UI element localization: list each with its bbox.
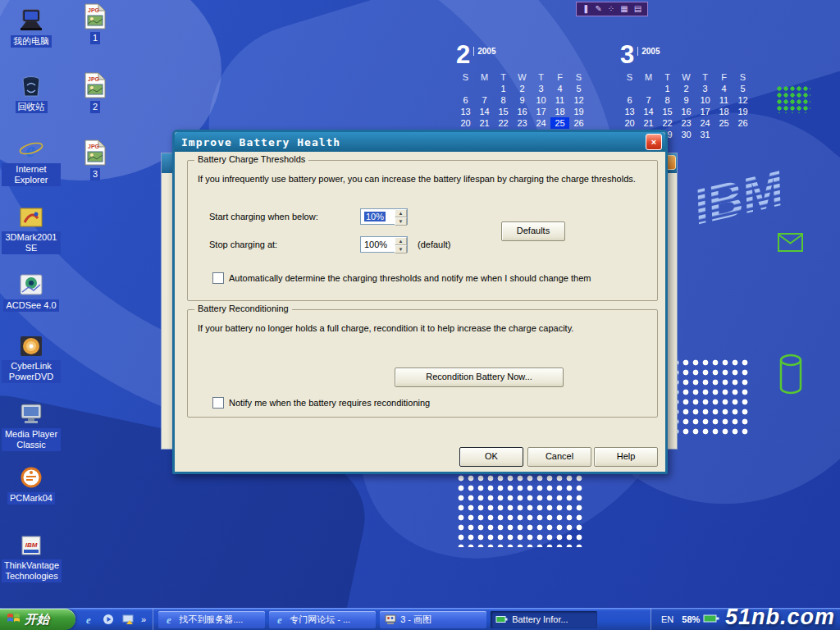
dialog-titlebar[interactable]: Improve Battery Health ×: [175, 132, 665, 152]
ie-icon: e: [274, 614, 285, 625]
reconditioning-legend: Battery Reconditioning: [194, 304, 292, 313]
media-player-icon[interactable]: [102, 613, 115, 626]
pen-icon[interactable]: ✎: [595, 3, 601, 15]
svg-text:JPG: JPG: [88, 76, 100, 82]
stop-spin-buttons: ▲ ▼: [395, 237, 407, 252]
improve-battery-health-dialog: Improve Battery Health × Battery Charge …: [172, 130, 668, 474]
desktop-icon-col1-0[interactable]: 我的电脑: [2, 5, 61, 48]
desktop-mini-toolbar[interactable]: ❚✎⁘▦▤: [576, 2, 648, 16]
close-button[interactable]: ×: [646, 134, 662, 150]
jpg-file-icon: JPG: [66, 2, 125, 30]
desktop-icon-label: 回收站: [16, 101, 48, 113]
task-area: e找不到服务器....e专门网论坛 - ...3 - 画图Battery Inf…: [153, 609, 651, 630]
spin-down-icon[interactable]: ▼: [395, 217, 407, 226]
svg-text:JPG: JPG: [88, 144, 100, 149]
notify-reconditioning-label[interactable]: Notify me when the battery requires reco…: [229, 398, 430, 408]
keyboard-icon[interactable]: ▦: [620, 3, 628, 15]
start-charging-spinner[interactable]: 10% ▲ ▼: [360, 208, 408, 225]
desktop-icon-col1-8[interactable]: IBMThinkVantage Technologies: [2, 530, 61, 582]
recondition-battery-button[interactable]: Recondition Battery Now...: [395, 368, 564, 387]
taskbar-task-3[interactable]: Battery Infor...: [491, 611, 597, 628]
start-charging-value[interactable]: 10%: [364, 212, 386, 221]
notify-reconditioning-checkbox[interactable]: [212, 397, 224, 409]
quick-launch-area: e »: [75, 609, 153, 630]
svg-text:JPG: JPG: [88, 7, 100, 13]
watermark-51nb: 51nb.com: [725, 605, 835, 630]
desktop-icon-label: 1: [90, 32, 100, 44]
desktop-icon-col1-6[interactable]: Media Player Classic: [2, 399, 61, 451]
stop-charging-value[interactable]: 100%: [361, 237, 395, 252]
threedmark-icon: [2, 202, 61, 230]
show-desktop-icon[interactable]: [121, 613, 135, 626]
desktop-icon-label: ACDSee 4.0: [3, 299, 58, 312]
language-indicator[interactable]: EN: [661, 614, 673, 624]
jpg-file-icon: JPG: [66, 138, 125, 166]
stop-charging-spinner[interactable]: 100% ▲ ▼: [360, 236, 408, 253]
notes-icon[interactable]: ▤: [634, 3, 641, 15]
cancel-button[interactable]: Cancel: [527, 447, 591, 467]
task-label: 3 - 画图: [400, 614, 431, 626]
desktop-icon-label: ThinkVantage Technologies: [2, 559, 62, 582]
desktop-icon-col2-1[interactable]: JPG2: [66, 71, 125, 113]
notify-reconditioning-row: Notify me when the battery requires reco…: [212, 397, 430, 409]
battery-charge-thresholds-group: Battery Charge Thresholds If you infrequ…: [187, 160, 658, 301]
start-button[interactable]: 开始: [0, 609, 75, 630]
dots-icon[interactable]: ⁘: [608, 3, 614, 15]
desktop-icon-label: 3DMark2001 SE: [2, 231, 61, 254]
task-label: 专门网论坛 - ...: [290, 614, 350, 626]
desktop-icon-col2-2[interactable]: JPG3: [66, 138, 125, 180]
taskbar-task-1[interactable]: e专门网论坛 - ...: [269, 611, 376, 628]
taskbar: 开始 e » e找不到服务器....e专门网论坛 - ...3 - 画图Batt…: [0, 608, 840, 630]
battery-percent: 58%: [682, 614, 700, 624]
auto-determine-label[interactable]: Automatically determine the charging thr…: [229, 273, 591, 283]
recycle-bin-icon: [2, 71, 61, 98]
desktop-icon-col1-7[interactable]: PCMark04: [2, 462, 61, 504]
desktop-icon-col1-2[interactable]: eInternet Explorer: [2, 134, 61, 186]
start-charging-label: Start charging when below:: [209, 212, 318, 221]
media-player-classic-icon: [2, 399, 61, 427]
svg-text:e: e: [25, 138, 35, 162]
spin-up-icon[interactable]: ▲: [395, 209, 407, 217]
internet-explorer-icon[interactable]: e: [82, 613, 95, 626]
svg-text:IBM: IBM: [25, 541, 38, 549]
dialog-body: Battery Charge Thresholds If you infrequ…: [175, 152, 665, 472]
battery-tray-indicator[interactable]: 58%: [682, 612, 720, 627]
auto-determine-checkbox[interactable]: [212, 272, 224, 284]
thinkvantage-icon: IBM: [2, 530, 61, 558]
auto-determine-row: Automatically determine the charging thr…: [212, 272, 591, 284]
spin-down-icon[interactable]: ▼: [395, 245, 407, 253]
taskbar-task-0[interactable]: e找不到服务器....: [158, 611, 265, 628]
battery-reconditioning-group: Battery Reconditioning If your battery n…: [187, 309, 658, 418]
desktop-icon-label: Media Player Classic: [2, 428, 61, 451]
task-label: Battery Infor...: [512, 614, 568, 624]
quick-launch-overflow-chevron[interactable]: »: [141, 614, 146, 624]
pcmark-icon: [2, 462, 61, 490]
help-button[interactable]: Help: [594, 447, 658, 467]
desktop-icon-label: 我的电脑: [11, 35, 52, 48]
desktop-icon-label: 2: [90, 101, 100, 113]
ie-icon: e: [163, 614, 175, 625]
windows-logo-icon: [7, 611, 21, 628]
desktop-icon-col1-3[interactable]: 3DMark2001 SE: [2, 202, 61, 254]
thresholds-legend: Battery Charge Thresholds: [194, 154, 308, 164]
taskbar-task-2[interactable]: 3 - 画图: [380, 611, 486, 628]
defaults-button[interactable]: Defaults: [501, 221, 565, 241]
default-note: (default): [418, 240, 450, 249]
desktop-icon-col1-4[interactable]: ACDSee 4.0: [2, 269, 61, 312]
battery-icon: [703, 612, 720, 627]
internet-explorer-icon: e: [2, 134, 61, 162]
jpg-file-icon: JPG: [66, 71, 125, 98]
desktop-icon-col1-5[interactable]: CyberLink PowerDVD: [2, 331, 61, 383]
desktop-icon-col1-1[interactable]: 回收站: [2, 71, 61, 113]
ok-button[interactable]: OK: [459, 447, 523, 467]
spin-up-icon[interactable]: ▲: [395, 237, 407, 245]
close-icon: ×: [651, 137, 656, 147]
start-spin-buttons: ▲ ▼: [395, 209, 407, 224]
reconditioning-description: If your battery no longer holds a full c…: [198, 323, 647, 335]
start-label: 开始: [25, 612, 49, 628]
dialog-title: Improve Battery Health: [181, 136, 646, 148]
desktop-icon-label: CyberLink PowerDVD: [2, 360, 61, 383]
paint-icon: [385, 614, 396, 625]
desktop-icon-col2-0[interactable]: JPG1: [66, 2, 125, 44]
handle-icon[interactable]: ❚: [582, 3, 589, 15]
